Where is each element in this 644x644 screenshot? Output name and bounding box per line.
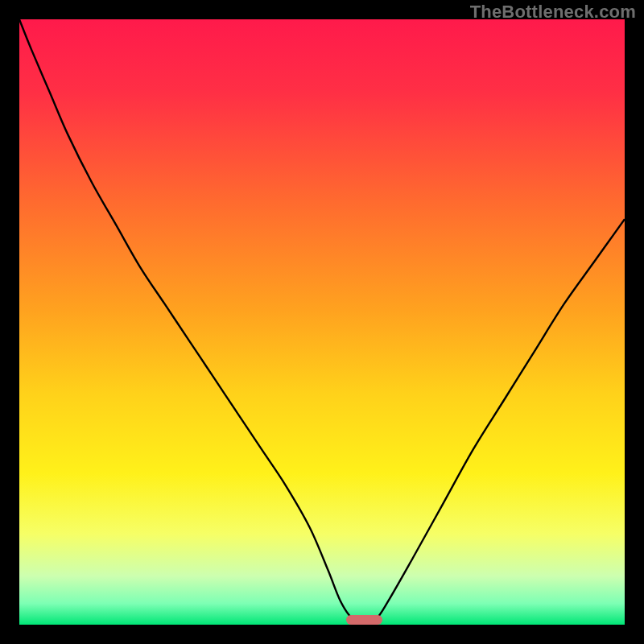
bottleneck-curve	[19, 19, 625, 625]
plot-area	[19, 19, 625, 625]
optimal-range-marker	[346, 615, 382, 625]
chart-frame: TheBottleneck.com	[0, 0, 644, 644]
